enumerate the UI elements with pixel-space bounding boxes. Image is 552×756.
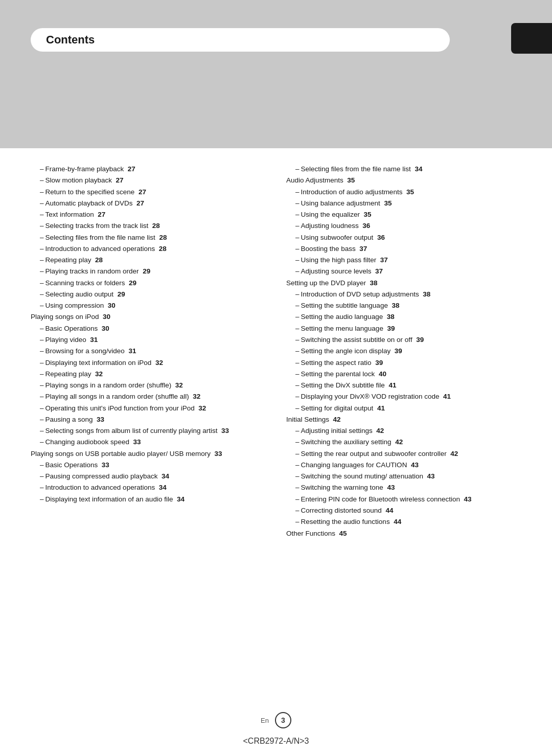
toc-text: Selecting audio output bbox=[45, 290, 114, 298]
toc-item: –Using balance adjustment 35 bbox=[286, 198, 521, 209]
toc-page: 41 bbox=[443, 393, 451, 400]
toc-item: –Repeating play 32 bbox=[31, 369, 266, 380]
toc-page: 34 bbox=[177, 495, 185, 503]
toc-page: 27 bbox=[116, 176, 124, 184]
toc-item: –Playing songs in a random order (shuffl… bbox=[31, 380, 266, 391]
toc-item: Initial Settings 42 bbox=[286, 414, 521, 425]
toc-page: 43 bbox=[464, 495, 471, 503]
toc-page: 31 bbox=[90, 336, 98, 343]
toc-page: 42 bbox=[376, 427, 384, 434]
toc-text: Using the high pass filter bbox=[301, 256, 377, 264]
toc-page: 30 bbox=[102, 325, 109, 332]
toc-item: –Selecting files from the file name list… bbox=[286, 164, 521, 175]
toc-page: 30 bbox=[103, 313, 110, 320]
toc-item: –Setting the aspect ratio 39 bbox=[286, 357, 521, 369]
toc-item: –Switching the warning tone 43 bbox=[286, 482, 521, 493]
toc-item: –Repeating play 28 bbox=[31, 255, 266, 266]
toc-text: Selecting files from the file name list bbox=[301, 165, 411, 173]
toc-text: Introduction to advanced operations bbox=[45, 245, 155, 253]
toc-text: Automatic playback of DVDs bbox=[45, 199, 133, 207]
toc-item: –Scanning tracks or folders 29 bbox=[31, 278, 266, 289]
toc-item: –Changing audiobook speed 33 bbox=[31, 437, 266, 448]
toc-item: –Introduction of DVD setup adjustments 3… bbox=[286, 289, 521, 300]
toc-text: Playing songs on USB portable audio play… bbox=[31, 450, 211, 457]
toc-item: –Operating this unit's iPod function fro… bbox=[31, 403, 266, 414]
toc-item: –Setting the subtitle language 38 bbox=[286, 300, 521, 311]
toc-text: Adjusting source levels bbox=[301, 267, 372, 275]
toc-page: 36 bbox=[377, 234, 385, 241]
toc-text: Text information bbox=[45, 211, 94, 218]
toc-item: –Setting for digital output 41 bbox=[286, 403, 521, 414]
toc-text: Selecting tracks from the track list bbox=[45, 222, 149, 230]
toc-item: –Setting the angle icon display 39 bbox=[286, 346, 521, 357]
toc-page: 39 bbox=[375, 359, 383, 366]
toc-page: 28 bbox=[152, 222, 160, 230]
toc-item: Other Functions 45 bbox=[286, 528, 521, 539]
toc-text: Playing all songs in a random order (shu… bbox=[45, 393, 189, 400]
toc-item: –Correcting distorted sound 44 bbox=[286, 505, 521, 516]
toc-item: –Switching the assist subtitle on or off… bbox=[286, 334, 521, 346]
toc-text: Switching the sound muting/ attenuation bbox=[301, 472, 423, 480]
toc-item: –Changing languages for CAUTION 43 bbox=[286, 460, 521, 471]
toc-text: Boosting the bass bbox=[301, 245, 356, 253]
toc-page: 27 bbox=[128, 165, 135, 173]
toc-item: Setting up the DVD player 38 bbox=[286, 278, 521, 289]
toc-page: 38 bbox=[387, 313, 395, 320]
toc-page: 41 bbox=[377, 404, 385, 412]
toc-text: Adjusting loudness bbox=[301, 222, 359, 230]
toc-text: Setting the audio language bbox=[301, 313, 383, 320]
toc-text: Playing video bbox=[45, 336, 86, 343]
toc-item: –Pausing compressed audio playback 34 bbox=[31, 471, 266, 482]
toc-item: –Setting the menu language 39 bbox=[286, 323, 521, 334]
toc-page: 39 bbox=[395, 347, 402, 355]
language-label: En bbox=[261, 717, 269, 724]
toc-item: –Adjusting loudness 36 bbox=[286, 220, 521, 232]
toc-text: Displaying your DivX® VOD registration c… bbox=[301, 393, 440, 400]
toc-item: –Switching the sound muting/ attenuation… bbox=[286, 471, 521, 482]
toc-page: 29 bbox=[129, 279, 136, 287]
toc-text: Return to the specified scene bbox=[45, 188, 135, 196]
toc-text: Introduction of audio adjustments bbox=[301, 188, 403, 196]
toc-text: Changing audiobook speed bbox=[45, 438, 129, 446]
toc-page: 31 bbox=[128, 347, 136, 355]
toc-page: 30 bbox=[108, 302, 116, 309]
toc-item: –Selecting files from the file name list… bbox=[31, 232, 266, 243]
toc-page: 33 bbox=[97, 416, 104, 423]
toc-text: Correcting distorted sound bbox=[301, 507, 382, 514]
toc-text: Basic Operations bbox=[45, 325, 98, 332]
toc-text: Displaying text information on iPod bbox=[45, 359, 152, 366]
toc-text: Frame-by-frame playback bbox=[45, 165, 124, 173]
toc-page: 28 bbox=[159, 245, 167, 253]
toc-item: –Adjusting initial settings 42 bbox=[286, 425, 521, 437]
footer-row: En 3 bbox=[261, 712, 291, 728]
toc-item: –Setting the parental lock 40 bbox=[286, 369, 521, 380]
toc-item: –Return to the specified scene 27 bbox=[31, 187, 266, 198]
toc-page: 38 bbox=[370, 279, 378, 287]
toc-page: 33 bbox=[214, 450, 222, 457]
toc-item: –Using the equalizer 35 bbox=[286, 209, 521, 220]
toc-text: Repeating play bbox=[45, 370, 91, 378]
toc-item: –Selecting songs from album list of curr… bbox=[31, 425, 266, 437]
toc-page: 45 bbox=[339, 530, 347, 537]
toc-page: 35 bbox=[406, 188, 414, 196]
toc-text: Selecting songs from album list of curre… bbox=[45, 427, 218, 434]
toc-text: Using subwoofer output bbox=[301, 234, 374, 241]
toc-page: 42 bbox=[395, 438, 403, 446]
toc-page: 38 bbox=[423, 290, 430, 298]
toc-page: 29 bbox=[118, 290, 125, 298]
toc-item: –Frame-by-frame playback 27 bbox=[31, 164, 266, 175]
bottom-area: En 3 <CRB2972-A/N>3 bbox=[0, 712, 552, 746]
toc-text: Resetting the audio functions bbox=[301, 518, 390, 525]
toc-text: Introduction of DVD setup adjustments bbox=[301, 290, 419, 298]
toc-page: 33 bbox=[133, 438, 141, 446]
toc-item: –Setting the audio language 38 bbox=[286, 311, 521, 323]
page-title: Contents bbox=[46, 33, 95, 47]
toc-text: Switching the assist subtitle on or off bbox=[301, 336, 412, 343]
toc-page: 43 bbox=[427, 472, 434, 480]
toc-page: 27 bbox=[139, 188, 146, 196]
toc-page: 38 bbox=[392, 302, 399, 309]
toc-text: Slow motion playback bbox=[45, 176, 112, 184]
toc-page: 43 bbox=[411, 461, 419, 469]
toc-text: Setting the subtitle language bbox=[301, 302, 388, 309]
page-number-badge: 3 bbox=[275, 712, 291, 728]
